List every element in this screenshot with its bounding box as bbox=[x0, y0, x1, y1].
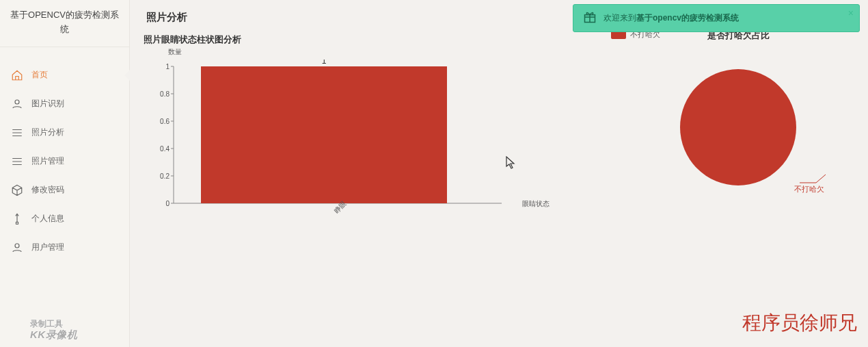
sidebar-item-photo-analysis[interactable]: 照片分析 bbox=[0, 118, 129, 147]
user-icon bbox=[11, 242, 23, 254]
watermark-author: 程序员徐师兄 bbox=[742, 310, 857, 336]
svg-text:0.4: 0.4 bbox=[160, 145, 169, 153]
main-content: 照片分析 照片眼睛状态柱状图分析 数量 不打哈欠 0 0.2 bbox=[130, 0, 868, 347]
sidebar-item-label: 图片识别 bbox=[31, 98, 64, 110]
toast-close-button[interactable]: × bbox=[848, 8, 854, 18]
bar-chart-plot: 0 0.2 0.4 0.6 0.8 1 bbox=[160, 60, 619, 220]
box-icon bbox=[11, 184, 23, 196]
sidebar: 基于OPENCV的疲劳检测系统 首页 图片识别 照片分析 照片管理 bbox=[0, 0, 130, 347]
sidebar-item-label: 照片管理 bbox=[31, 155, 64, 167]
svg-text:0.6: 0.6 bbox=[160, 118, 169, 125]
svg-text:0.2: 0.2 bbox=[160, 172, 169, 180]
sidebar-item-label: 用户管理 bbox=[31, 242, 64, 253]
welcome-toast: 欢迎来到基于opencv的疲劳检测系统 × bbox=[573, 4, 860, 32]
sidebar-item-image-recognition[interactable]: 图片识别 bbox=[0, 90, 129, 118]
bar-rect bbox=[201, 66, 447, 203]
sidebar-menu: 首页 图片识别 照片分析 照片管理 修改密码 bbox=[0, 47, 129, 276]
bar-chart-title: 照片眼睛状态柱状图分析 bbox=[144, 34, 619, 46]
sidebar-item-label: 个人信息 bbox=[31, 213, 64, 224]
app-title: 基于OPENCV的疲劳检测系统 bbox=[0, 0, 129, 47]
pie-slice-label: 不打哈欠 bbox=[794, 184, 824, 194]
pie-chart-panel: 是否打哈欠占比 不打哈欠 bbox=[619, 29, 857, 220]
svg-text:1: 1 bbox=[165, 63, 169, 70]
sidebar-item-photo-management[interactable]: 照片管理 bbox=[0, 147, 129, 176]
sidebar-item-label: 照片分析 bbox=[31, 127, 64, 138]
svg-text:0.8: 0.8 bbox=[160, 90, 169, 98]
svg-text:0: 0 bbox=[165, 200, 169, 207]
bar-chart-ylabel: 数量 bbox=[168, 47, 619, 57]
svg-point-0 bbox=[15, 100, 19, 104]
sidebar-item-change-password[interactable]: 修改密码 bbox=[0, 176, 129, 205]
home-icon bbox=[11, 69, 23, 81]
svg-point-1 bbox=[15, 244, 19, 248]
user-search-icon bbox=[11, 98, 23, 110]
bar-chart-xlabel: 眼睛状态 bbox=[522, 199, 550, 209]
pie-chart-plot bbox=[680, 69, 796, 185]
sidebar-item-label: 首页 bbox=[31, 69, 48, 81]
bar-value-label: 1 bbox=[322, 60, 327, 66]
sidebar-item-user-management[interactable]: 用户管理 bbox=[0, 233, 129, 262]
list-icon bbox=[11, 127, 23, 139]
sidebar-item-home[interactable]: 首页 bbox=[0, 61, 129, 90]
toast-message: 欢迎来到基于opencv的疲劳检测系统 bbox=[603, 12, 739, 24]
sidebar-item-profile[interactable]: 个人信息 bbox=[0, 205, 129, 233]
pen-icon bbox=[11, 213, 23, 225]
gift-icon bbox=[583, 10, 597, 26]
watermark-recorder: 录制工具 KK录像机 bbox=[30, 320, 77, 340]
sidebar-item-label: 修改密码 bbox=[31, 184, 64, 196]
list-icon bbox=[11, 155, 23, 168]
bar-chart-svg: 0 0.2 0.4 0.6 0.8 1 bbox=[160, 60, 515, 217]
bar-chart-panel: 照片眼睛状态柱状图分析 数量 不打哈欠 0 0.2 0. bbox=[141, 29, 619, 220]
